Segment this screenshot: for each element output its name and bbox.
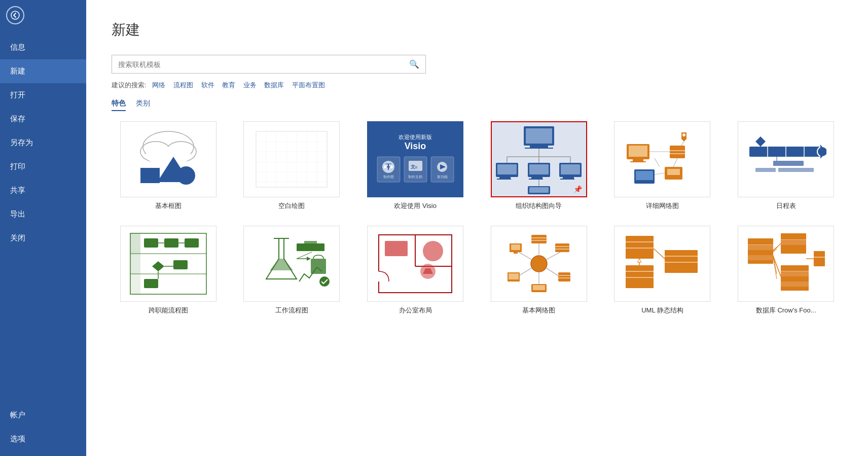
template-grid-row2: 跨职能流程图 xyxy=(112,226,843,315)
svg-line-131 xyxy=(518,268,532,276)
thumbnail-welcome: 欢迎使用新版 Visio 制作图 文 本 制作文档 xyxy=(367,121,463,197)
suggested-link-flowchart[interactable]: 流程图 xyxy=(173,81,193,89)
svg-rect-110 xyxy=(144,279,158,288)
svg-point-0 xyxy=(11,11,19,19)
svg-rect-149 xyxy=(558,272,570,282)
template-welcome[interactable]: 欢迎使用新版 Visio 制作图 文 本 制作文档 xyxy=(358,121,472,211)
template-grid-row1: 基本框图 xyxy=(112,121,843,211)
svg-rect-68 xyxy=(633,159,643,161)
sidebar-item-share[interactable]: 共享 xyxy=(0,179,86,202)
tab-category[interactable]: 类别 xyxy=(136,99,150,111)
svg-line-134 xyxy=(546,252,560,260)
template-basic-network[interactable]: 基本网络图 xyxy=(482,226,596,315)
tab-featured[interactable]: 特色 xyxy=(112,99,126,111)
svg-rect-58 xyxy=(561,164,580,174)
svg-rect-176 xyxy=(781,276,809,282)
sidebar-item-open[interactable]: 打开 xyxy=(0,83,86,107)
svg-rect-171 xyxy=(781,240,806,245)
sidebar-item-close[interactable]: 关闭 xyxy=(0,226,86,250)
svg-rect-175 xyxy=(781,271,809,276)
search-input[interactable] xyxy=(112,56,403,73)
sidebar-item-options[interactable]: 选项 xyxy=(0,427,86,451)
template-database[interactable]: 数据库 Crow's Foo... xyxy=(729,226,843,315)
svg-point-4 xyxy=(146,147,191,165)
sidebar-item-new[interactable]: 新建 xyxy=(0,59,86,83)
svg-rect-124 xyxy=(385,241,408,256)
svg-rect-140 xyxy=(514,252,518,254)
svg-point-7 xyxy=(177,166,195,185)
back-circle-icon xyxy=(6,6,24,24)
sidebar-nav: 信息 新建 打开 保存 另存为 打印 共享 导出 关闭 xyxy=(0,36,86,250)
template-detail-network[interactable]: 详细网络图 xyxy=(606,121,719,211)
svg-point-28 xyxy=(384,165,387,168)
svg-rect-77 xyxy=(639,180,648,182)
template-workflow[interactable]: 工作流程图 xyxy=(235,226,349,315)
back-button[interactable] xyxy=(3,3,28,28)
svg-marker-116 xyxy=(307,257,311,261)
svg-rect-103 xyxy=(164,238,178,248)
svg-rect-50 xyxy=(497,164,517,174)
main-content: 新建 🔍 建议的搜索: 网络 流程图 软件 教育 业务 数据库 平面布置图 特色… xyxy=(86,0,868,456)
svg-rect-167 xyxy=(748,250,773,255)
svg-text:本: 本 xyxy=(415,166,418,169)
svg-rect-155 xyxy=(626,265,654,288)
suggested-link-education[interactable]: 教育 xyxy=(222,81,235,89)
svg-line-81 xyxy=(655,158,660,167)
search-button[interactable]: 🔍 xyxy=(403,55,425,73)
suggested-link-software[interactable]: 软件 xyxy=(201,81,214,89)
sidebar-item-info[interactable]: 信息 xyxy=(0,36,86,59)
template-timeline[interactable]: 日程表 xyxy=(729,121,843,211)
svg-rect-166 xyxy=(748,245,773,250)
svg-rect-52 xyxy=(497,179,511,180)
svg-rect-91 xyxy=(773,161,804,166)
template-label-timeline: 日程表 xyxy=(776,201,796,211)
sidebar-item-account[interactable]: 帐户 xyxy=(0,403,86,427)
suggested-searches: 建议的搜索: 网络 流程图 软件 教育 业务 数据库 平面布置图 xyxy=(112,81,843,90)
svg-line-130 xyxy=(519,252,532,260)
sidebar-bottom: 帐户 选项 xyxy=(0,403,86,456)
sidebar-item-saveas[interactable]: 另存为 xyxy=(0,131,86,155)
thumbnail-detail-network xyxy=(614,121,710,197)
svg-rect-67 xyxy=(629,146,647,157)
svg-text:新功能: 新功能 xyxy=(437,175,448,179)
template-cross-functional[interactable]: 跨职能流程图 xyxy=(112,226,225,315)
svg-rect-114 xyxy=(304,241,317,243)
svg-rect-177 xyxy=(781,282,809,287)
template-org-chart[interactable]: 📌 组织结构图向导 xyxy=(482,121,596,211)
suggested-link-database[interactable]: 数据库 xyxy=(264,81,284,89)
template-blank[interactable]: 空白绘图 xyxy=(235,121,349,211)
thumbnail-cross-functional xyxy=(120,226,216,302)
sidebar-item-save[interactable]: 保存 xyxy=(0,107,86,131)
svg-line-162 xyxy=(654,249,665,259)
svg-rect-63 xyxy=(529,187,549,193)
suggested-link-network[interactable]: 网络 xyxy=(152,81,165,89)
template-office-layout[interactable]: 办公室布局 xyxy=(358,226,472,315)
svg-rect-178 xyxy=(814,251,825,266)
template-label-workflow: 工作流程图 xyxy=(275,306,308,315)
svg-rect-51 xyxy=(499,177,511,179)
svg-point-125 xyxy=(423,241,443,261)
template-label-org-chart: 组织结构图向导 xyxy=(516,201,562,211)
svg-rect-158 xyxy=(665,250,698,273)
svg-rect-72 xyxy=(670,146,685,158)
svg-line-119 xyxy=(297,252,312,259)
thumbnail-basic-network xyxy=(491,226,587,302)
svg-rect-42 xyxy=(530,146,548,148)
thumbnail-office-layout xyxy=(367,226,463,302)
svg-rect-101 xyxy=(130,274,140,294)
svg-text:制作文档: 制作文档 xyxy=(408,175,422,179)
suggested-link-floorplan[interactable]: 平面布置图 xyxy=(292,81,325,89)
svg-rect-139 xyxy=(511,244,520,250)
suggested-link-business[interactable]: 业务 xyxy=(243,81,257,89)
svg-rect-148 xyxy=(533,285,545,290)
sidebar-item-print[interactable]: 打印 xyxy=(0,155,86,179)
svg-rect-80 xyxy=(669,175,678,178)
template-uml[interactable]: UML 静态结构 xyxy=(606,226,719,315)
search-bar: 🔍 xyxy=(112,55,426,74)
svg-rect-8 xyxy=(256,131,327,187)
svg-rect-43 xyxy=(525,148,553,149)
template-basic-block[interactable]: 基本框图 xyxy=(112,121,225,211)
thumbnail-uml xyxy=(614,226,710,302)
sidebar-item-export[interactable]: 导出 xyxy=(0,202,86,226)
template-label-office-layout: 办公室布局 xyxy=(399,306,432,315)
